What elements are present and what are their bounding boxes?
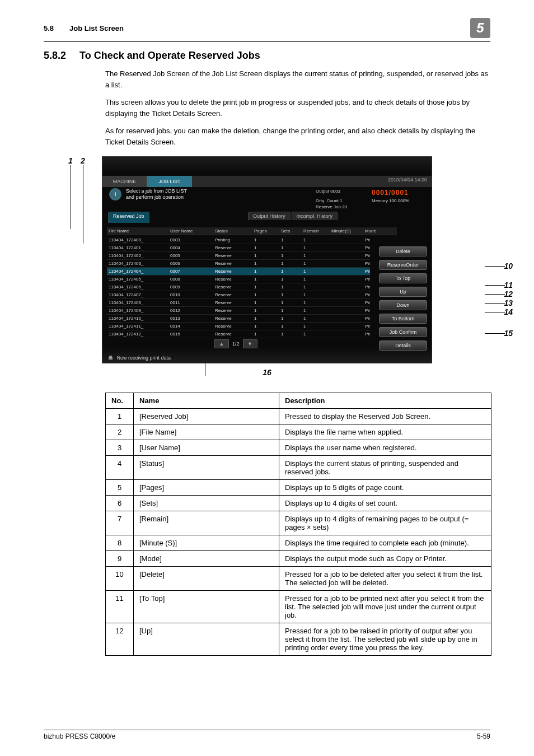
status-line: 🖶 Now receiving print data <box>108 355 171 361</box>
job-cell: 1 <box>279 291 302 299</box>
table-row: 11[To Top]Pressed for a job to be printe… <box>106 591 491 623</box>
cell-name: [File Name] <box>134 424 279 440</box>
page-header: 5.8 Job List Screen 5 <box>44 18 490 38</box>
job-row[interactable]: 110404_172410_0013Reserve111Printer <box>107 315 370 323</box>
job-cell: 1 <box>252 244 279 252</box>
page-next[interactable]: ▼ <box>243 339 257 348</box>
cell-name: [Up] <box>134 623 279 656</box>
tab-incompl-history[interactable]: Incompl. History <box>292 212 338 220</box>
screenshot-figure: 1 2 3 4 5 6 7 8 9 10 11 12 13 14 15 <box>44 156 490 363</box>
footer-left: bizhub PRESS C8000/e <box>44 732 115 740</box>
col-user: User Name <box>168 227 213 235</box>
job-cell: Printer <box>363 299 370 307</box>
cell-no: 1 <box>106 409 134 424</box>
job-cell: 1 <box>279 307 302 315</box>
table-row: 5[Pages]Displays up to 5 digits of page … <box>106 480 491 496</box>
table-row: 7[Remain]Displays up to 4 digits of rema… <box>106 511 491 535</box>
cell-name: [User Name] <box>134 440 279 456</box>
job-cell: 0013 <box>168 315 213 323</box>
job-cell: 1 <box>279 315 302 323</box>
cell-desc: Displays the time required to complete e… <box>279 535 491 551</box>
callout-16: 16 <box>44 368 490 377</box>
job-row[interactable]: 110404_172402_0005Reserve111Printer <box>107 252 370 260</box>
job-cell: 1 <box>302 260 330 268</box>
job-confirm-button[interactable]: Job Confirm <box>379 327 427 337</box>
table-row: 10[Delete]Pressed for a job to be delete… <box>106 567 491 591</box>
job-cell: 0014 <box>168 323 213 330</box>
pager: ▲ 1/2 ▼ <box>214 339 257 348</box>
details-button[interactable]: Details <box>379 340 427 351</box>
job-cell: 110404_172411_ <box>107 323 168 330</box>
page-prev[interactable]: ▲ <box>214 339 229 348</box>
job-cell: Reserve <box>213 268 252 276</box>
job-row[interactable]: 110404_172406_0009Reserve111Printer <box>107 283 370 291</box>
job-cell: Reserve <box>213 252 252 260</box>
down-button[interactable]: Down <box>379 300 427 310</box>
job-cell: 0016 <box>168 338 213 339</box>
to-bottom-button[interactable]: To Bottom <box>379 314 427 324</box>
job-row[interactable]: 110404_172404_0007Reserve111Printer <box>107 268 370 276</box>
job-cell: 0009 <box>168 283 213 291</box>
cell-no: 9 <box>106 551 134 567</box>
col-pages: Pages <box>252 227 279 235</box>
cell-desc: Pressed for a job to be printed next aft… <box>279 591 491 623</box>
job-cell: 1 <box>302 315 330 323</box>
to-top-button[interactable]: To Top <box>379 273 427 283</box>
job-row[interactable]: 110404_172412_0015Reserve111Printer <box>107 330 370 338</box>
job-cell: 0011 <box>168 299 213 307</box>
cell-desc: Displays the output mode such as Copy or… <box>279 551 491 567</box>
job-cell <box>330 276 363 283</box>
job-cell: 1 <box>252 299 279 307</box>
tab-reserved-job[interactable]: Reserved Job <box>108 212 149 223</box>
job-cell: Printer <box>363 307 370 315</box>
callout-13: 13 <box>504 298 513 307</box>
callout-11: 11 <box>504 281 513 290</box>
job-row[interactable]: 110404_172409_0012Reserve111Printer <box>107 307 370 315</box>
job-table-header: File Name User Name Status Pages Sets Re… <box>107 227 370 235</box>
col-file: File Name <box>107 227 168 235</box>
stat-reserve: Reserve Job 20 <box>314 204 370 211</box>
cell-name: [Sets] <box>134 496 279 511</box>
job-row[interactable]: 110404_172400_0003Printing111Printer <box>107 236 370 244</box>
job-cell: 110404_172400_ <box>107 236 168 244</box>
delete-button[interactable]: Delete <box>379 246 427 256</box>
job-cell: 110404_172402_ <box>107 252 168 260</box>
job-table-body: 110404_172400_0003Printing111Printer1104… <box>107 236 370 339</box>
job-row[interactable]: 110404_172408_0011Reserve111Printer <box>107 299 370 307</box>
job-cell: Printer <box>363 260 370 268</box>
info-line1: Select a job from JOB LIST <box>126 188 187 194</box>
table-row: 2[File Name]Displays the file name when … <box>106 424 491 440</box>
paragraph-1: The Reserved Job Screen of the Job List … <box>105 68 490 90</box>
job-cell: 1 <box>252 252 279 260</box>
job-cell: Reserve <box>213 330 252 338</box>
job-cell: 1 <box>279 260 302 268</box>
cell-no: 6 <box>106 496 134 511</box>
job-row[interactable]: 110404_172401_0004Reserve111Printer <box>107 244 370 252</box>
up-button[interactable]: Up <box>379 287 427 297</box>
job-row[interactable]: 110404_172405_0008Reserve111Printer <box>107 276 370 283</box>
job-cell: 1 <box>252 276 279 283</box>
job-cell: 110404_172413_ <box>107 338 168 339</box>
machine-tab[interactable]: MACHINE <box>102 176 147 187</box>
job-cell: Printer <box>363 268 370 276</box>
job-cell: Printer <box>363 244 370 252</box>
job-cell: 1 <box>252 260 279 268</box>
cell-name: [To Top] <box>134 591 279 623</box>
joblist-tab[interactable]: JOB LIST <box>147 176 192 187</box>
job-cell: Reserve <box>213 323 252 330</box>
cell-no: 3 <box>106 440 134 456</box>
table-row: 8[Minute (S)]Displays the time required … <box>106 535 491 551</box>
top-bar: MACHINE JOB LIST <box>102 176 432 187</box>
tab-output-history[interactable]: Output History <box>248 212 291 220</box>
section-title: Job List Screen <box>69 24 124 32</box>
job-row[interactable]: 110404_172411_0014Reserve111Printer <box>107 323 370 330</box>
page-footer: bizhub PRESS C8000/e 5-59 <box>44 730 490 740</box>
job-cell: 1 <box>302 299 330 307</box>
job-cell: 1 <box>302 283 330 291</box>
job-cell: 1 <box>252 323 279 330</box>
job-row[interactable]: 110404_172407_0010Reserve111Printer <box>107 291 370 299</box>
job-row[interactable]: 110404_172403_0006Reserve111Printer <box>107 260 370 268</box>
cell-name: [Minute (S)] <box>134 535 279 551</box>
reserve-order-button[interactable]: ReserveOrder <box>379 260 427 270</box>
job-cell <box>330 260 363 268</box>
